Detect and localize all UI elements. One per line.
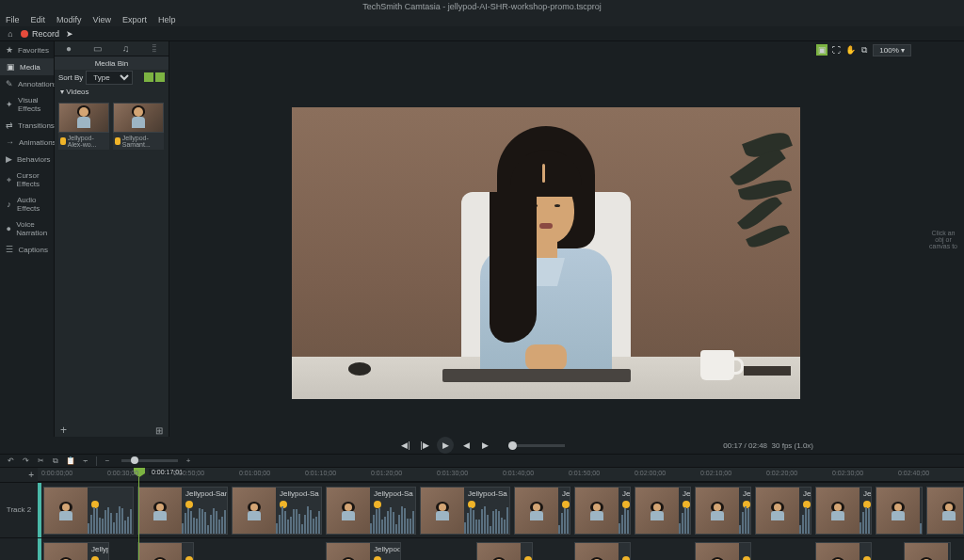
- track-label-2[interactable]: Track 2: [0, 482, 38, 537]
- timeline-clip[interactable]: [695, 542, 751, 560]
- canvas-pan-icon[interactable]: ✋: [844, 44, 856, 56]
- annotations-icon: ✎: [6, 79, 13, 88]
- timeline-clip[interactable]: [876, 487, 923, 535]
- timeline-clip[interactable]: [476, 542, 533, 560]
- canvas-crop-icon[interactable]: ⧉: [859, 44, 870, 56]
- sort-asc-icon[interactable]: [144, 72, 153, 82]
- timeline-clip[interactable]: Jellypod: [326, 542, 401, 560]
- timeline-clip[interactable]: Jellypod-S: [815, 487, 872, 535]
- timeline-clip[interactable]: Jellypod-Sa: [514, 487, 570, 535]
- titlebar: TechSmith Camtasia - jellypod-AI-SHR-wor…: [0, 0, 964, 13]
- speed-slider[interactable]: [508, 444, 565, 447]
- sidebar-media[interactable]: ▣Media: [0, 58, 54, 75]
- sidebar-voice-narration[interactable]: ●Voice Narration: [0, 216, 54, 241]
- track-start-marker: [38, 483, 41, 537]
- next-frame-button[interactable]: |▶: [418, 439, 431, 452]
- sidebar-transitions[interactable]: ⇄Transitions: [0, 117, 54, 134]
- menu-edit[interactable]: Edit: [31, 15, 46, 24]
- canvas-fit-icon[interactable]: ⛶: [830, 44, 842, 56]
- ruler-mark: 0:01:40;00: [503, 470, 534, 476]
- next-marker-button[interactable]: ▶: [478, 439, 491, 452]
- zoom-dropdown[interactable]: 100% ▾: [873, 44, 911, 56]
- add-track-button[interactable]: +: [28, 470, 34, 480]
- sidebar-annotations[interactable]: ✎Annotations: [0, 75, 54, 92]
- ruler-mark: 0:01:50;00: [569, 470, 600, 476]
- sort-view-icon[interactable]: [155, 72, 165, 82]
- timeline-clip[interactable]: [815, 542, 872, 560]
- timeline-clip[interactable]: [904, 542, 951, 560]
- timeline-clip[interactable]: Jellypod: [43, 542, 109, 560]
- record-icon: [21, 30, 28, 38]
- canvas-select-icon[interactable]: ▣: [816, 44, 827, 56]
- timeline-clip[interactable]: Jellypod-S: [635, 487, 691, 535]
- ruler-mark: 0:02:10;00: [700, 470, 731, 476]
- timeline-clip[interactable]: Jellypod-Sa: [232, 487, 322, 535]
- media-thumb[interactable]: Jellypod-Samant...: [113, 103, 164, 150]
- panel-tab-assets[interactable]: ⦙⦙: [145, 43, 164, 55]
- cut-icon[interactable]: ✂: [36, 456, 45, 466]
- behaviors-icon: ▶: [6, 154, 12, 164]
- record-button[interactable]: Record: [21, 29, 59, 39]
- timeline-clip[interactable]: [574, 542, 631, 560]
- timeline-clip[interactable]: [43, 487, 134, 535]
- captions-icon: ☰: [6, 245, 13, 254]
- track-1[interactable]: JellypodJellypod: [38, 537, 964, 560]
- ruler-mark: 0:01:00;00: [239, 470, 270, 476]
- timeline-clip[interactable]: Jellypod-S: [695, 487, 751, 535]
- sidebar-cursor-effects[interactable]: ⌖Cursor Effects: [0, 168, 54, 192]
- home-icon[interactable]: ⌂: [6, 29, 15, 39]
- timeline: + Track 2 Track 1 0:00:17;01 0:00:00;000…: [0, 467, 964, 560]
- timeline-clip[interactable]: Jellypod-S: [755, 487, 811, 535]
- redo-icon[interactable]: ↷: [21, 456, 30, 466]
- menu-modify[interactable]: Modify: [56, 15, 82, 24]
- timeline-ruler[interactable]: 0:00:17;01 0:00:00;000:00:30;000:00:50;0…: [38, 468, 964, 482]
- ruler-mark: 0:02:20;00: [766, 470, 797, 476]
- timeline-clip[interactable]: Jellypod-S: [574, 487, 631, 535]
- add-media-icon[interactable]: +: [60, 424, 67, 437]
- menu-file[interactable]: File: [6, 15, 20, 24]
- sort-select[interactable]: Type: [86, 71, 133, 85]
- timeline-clip[interactable]: Jellypod-Sa: [326, 487, 416, 535]
- canvas-preview[interactable]: [292, 107, 800, 399]
- ruler-mark: 0:01:30;00: [437, 470, 468, 476]
- menu-export[interactable]: Export: [122, 15, 147, 24]
- sidebar-animations[interactable]: →Animations: [0, 134, 54, 151]
- timeline-clip[interactable]: [926, 487, 964, 535]
- sidebar-favorites[interactable]: ★Favorites: [0, 41, 54, 58]
- playback-bar: ◀| |▶ ▶ ◀ ▶ 00:17 / 02:48 30 fps (1.0x): [0, 437, 964, 454]
- paste-icon[interactable]: 📋: [66, 456, 75, 466]
- timeline-clip[interactable]: Jellypod-Samantha-workshop-promo: [137, 487, 228, 535]
- menubar: File Edit Modify View Export Help: [0, 13, 964, 26]
- timeline-clip[interactable]: [137, 542, 194, 560]
- ruler-mark: 0:01:20;00: [371, 470, 402, 476]
- sidebar-audio-effects[interactable]: ♪Audio Effects: [0, 192, 54, 216]
- prev-marker-button[interactable]: ◀: [459, 439, 473, 452]
- panel-header: Media Bin: [55, 56, 169, 70]
- track-2[interactable]: Jellypod-Samantha-workshop-promoJellypod…: [38, 482, 964, 537]
- sidebar-captions[interactable]: ☰Captions: [0, 241, 54, 258]
- track-label-1[interactable]: Track 1: [0, 537, 38, 561]
- play-button[interactable]: ▶: [437, 437, 454, 454]
- sidebar-behaviors[interactable]: ▶Behaviors: [0, 151, 54, 168]
- prev-frame-button[interactable]: ◀|: [399, 439, 412, 452]
- panel-tab-record[interactable]: ●: [59, 43, 78, 55]
- sidebar-visual-effects[interactable]: ✦Visual Effects: [0, 92, 54, 117]
- main-toolbar: ⌂ Record ➤: [0, 26, 964, 41]
- undo-icon[interactable]: ↶: [6, 456, 15, 466]
- zoom-out-icon[interactable]: −: [103, 456, 112, 466]
- split-icon[interactable]: ⫟: [81, 456, 90, 466]
- videos-section[interactable]: ▾ Videos: [55, 85, 169, 99]
- timeline-zoom-slider[interactable]: [121, 459, 178, 462]
- video-badge-icon: [60, 137, 66, 145]
- grid-view-icon[interactable]: ⊞: [155, 425, 163, 436]
- menu-help[interactable]: Help: [158, 15, 176, 24]
- share-icon[interactable]: ➤: [65, 29, 74, 39]
- zoom-in-icon[interactable]: +: [184, 456, 193, 466]
- timeline-clip[interactable]: Jellypod-Sa: [420, 487, 510, 535]
- media-thumb[interactable]: Jellypod-Alex-wo...: [58, 103, 109, 150]
- menu-view[interactable]: View: [93, 15, 111, 24]
- copy-icon[interactable]: ⧉: [51, 456, 60, 466]
- panel-tab-library[interactable]: ♫: [117, 43, 136, 55]
- panel-tab-bin[interactable]: ▭: [88, 43, 106, 55]
- ruler-mark: 0:02:30;00: [832, 470, 863, 476]
